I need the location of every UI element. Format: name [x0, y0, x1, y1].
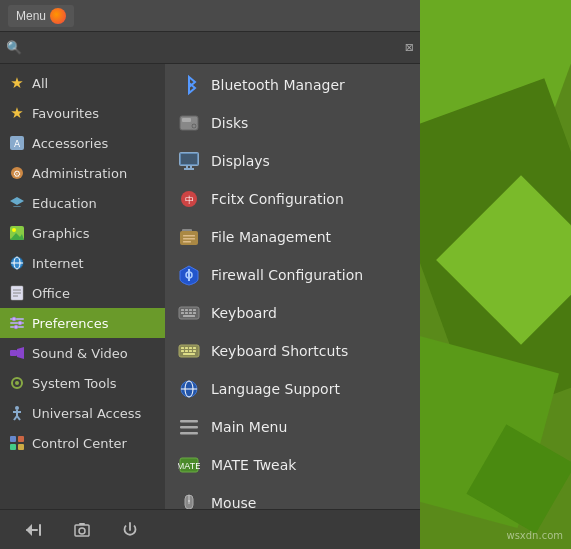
- background-pattern: [401, 0, 571, 549]
- sidebar-item-favourites[interactable]: ★Favourites: [0, 98, 165, 128]
- sidebar-label-system-tools: System Tools: [32, 376, 117, 391]
- office-icon: [8, 284, 26, 302]
- panel-item-displays[interactable]: Displays: [165, 142, 420, 180]
- svg-rect-72: [189, 350, 192, 352]
- panel-item-keyboard-shortcuts[interactable]: Keyboard Shortcuts: [165, 332, 420, 370]
- fcitx-panel-icon: 中: [177, 187, 201, 211]
- svg-rect-56: [181, 309, 184, 311]
- svg-rect-74: [183, 353, 195, 355]
- screenshot-button[interactable]: [68, 516, 96, 544]
- keyboard-shortcuts-panel-icon: [177, 339, 201, 363]
- svg-text:中: 中: [185, 195, 194, 205]
- svg-rect-22: [10, 350, 17, 356]
- app-window: Menu 🔍 ⊠ ★All★FavouritesAAccessories⚙Adm…: [0, 0, 420, 549]
- svg-rect-58: [189, 309, 192, 311]
- svg-rect-63: [193, 312, 196, 314]
- sidebar-item-universal-access[interactable]: Universal Access: [0, 398, 165, 428]
- sidebar-item-system-tools[interactable]: System Tools: [0, 368, 165, 398]
- administration-icon: ⚙: [8, 164, 26, 182]
- sidebar: ★All★FavouritesAAccessories⚙Administrati…: [0, 64, 165, 509]
- panel-item-mate-tweak[interactable]: MATEMATE Tweak: [165, 446, 420, 484]
- sidebar-item-all[interactable]: ★All: [0, 68, 165, 98]
- svg-rect-62: [189, 312, 192, 314]
- svg-point-19: [12, 317, 16, 321]
- svg-rect-79: [180, 426, 198, 429]
- graphics-icon: [8, 224, 26, 242]
- svg-rect-39: [182, 118, 191, 122]
- svg-rect-78: [180, 420, 198, 423]
- panel-item-disks[interactable]: Disks: [165, 104, 420, 142]
- sidebar-label-internet: Internet: [32, 256, 84, 271]
- sidebar-label-sound-video: Sound & Video: [32, 346, 128, 361]
- sidebar-label-universal-access: Universal Access: [32, 406, 141, 421]
- svg-rect-68: [189, 347, 192, 349]
- panel-label-keyboard: Keyboard: [211, 305, 277, 321]
- bluetooth-panel-icon: [177, 73, 201, 97]
- panel-item-fcitx[interactable]: 中Fcitx Configuration: [165, 180, 420, 218]
- svg-rect-32: [18, 436, 24, 442]
- sidebar-item-graphics[interactable]: Graphics: [0, 218, 165, 248]
- control-center-icon: [8, 434, 26, 452]
- svg-text:MATE: MATE: [178, 461, 200, 471]
- panel-item-main-menu[interactable]: Main Menu: [165, 408, 420, 446]
- displays-panel-icon: [177, 149, 201, 173]
- searchbar: 🔍 ⊠: [0, 32, 420, 64]
- sidebar-item-administration[interactable]: ⚙Administration: [0, 158, 165, 188]
- svg-rect-59: [193, 309, 196, 311]
- sound-video-icon: [8, 344, 26, 362]
- sidebar-item-sound-video[interactable]: Sound & Video: [0, 338, 165, 368]
- svg-rect-52: [183, 238, 195, 240]
- svg-rect-71: [185, 350, 188, 352]
- firewall-panel-icon: [177, 263, 201, 287]
- svg-rect-34: [18, 444, 24, 450]
- sidebar-label-graphics: Graphics: [32, 226, 89, 241]
- sidebar-item-internet[interactable]: Internet: [0, 248, 165, 278]
- panel-label-disks: Disks: [211, 115, 248, 131]
- bottom-toolbar: [0, 509, 420, 549]
- favourites-icon: ★: [8, 104, 26, 122]
- search-clear-icon[interactable]: ⊠: [405, 41, 414, 54]
- geo-shape-1: [436, 175, 571, 345]
- svg-marker-23: [17, 347, 24, 359]
- svg-marker-93: [26, 524, 32, 536]
- svg-rect-70: [181, 350, 184, 352]
- panel-item-language[interactable]: Language Support: [165, 370, 420, 408]
- titlebar: Menu: [0, 0, 420, 32]
- language-panel-icon: [177, 377, 201, 401]
- mate-tweak-panel-icon: MATE: [177, 453, 201, 477]
- panel-label-mate-tweak: MATE Tweak: [211, 457, 296, 473]
- panel-item-mouse[interactable]: Mouse: [165, 484, 420, 509]
- svg-rect-31: [10, 436, 16, 442]
- sidebar-label-education: Education: [32, 196, 97, 211]
- panel-item-file-management[interactable]: File Management: [165, 218, 420, 256]
- panel-item-bluetooth[interactable]: Bluetooth Manager: [165, 66, 420, 104]
- svg-point-26: [15, 406, 19, 410]
- search-icon: 🔍: [6, 40, 22, 55]
- svg-point-25: [15, 381, 19, 385]
- main-content: ★All★FavouritesAAccessories⚙Administrati…: [0, 64, 420, 509]
- panel-item-firewall[interactable]: Firewall Configuration: [165, 256, 420, 294]
- power-button[interactable]: [116, 516, 144, 544]
- sidebar-item-accessories[interactable]: AAccessories: [0, 128, 165, 158]
- sidebar-label-administration: Administration: [32, 166, 127, 181]
- sidebar-item-preferences[interactable]: Preferences: [0, 308, 165, 338]
- sidebar-item-office[interactable]: Office: [0, 278, 165, 308]
- sidebar-item-education[interactable]: —Education: [0, 188, 165, 218]
- panel-label-mouse: Mouse: [211, 495, 256, 509]
- panel-label-displays: Displays: [211, 153, 270, 169]
- panel-label-file-management: File Management: [211, 229, 331, 245]
- svg-text:⚙: ⚙: [13, 169, 21, 179]
- sidebar-item-control-center[interactable]: Control Center: [0, 428, 165, 458]
- internet-icon: [8, 254, 26, 272]
- search-input[interactable]: [26, 40, 401, 55]
- menu-button[interactable]: Menu: [8, 5, 74, 27]
- panel-item-keyboard[interactable]: Keyboard: [165, 294, 420, 332]
- svg-point-41: [193, 125, 196, 128]
- svg-line-30: [17, 416, 20, 420]
- right-panel: Bluetooth ManagerDisksDisplays中Fcitx Con…: [165, 64, 420, 509]
- sidebar-label-control-center: Control Center: [32, 436, 127, 451]
- svg-rect-60: [181, 312, 184, 314]
- disks-panel-icon: [177, 111, 201, 135]
- keyboard-panel-icon: [177, 301, 201, 325]
- back-button[interactable]: [20, 516, 48, 544]
